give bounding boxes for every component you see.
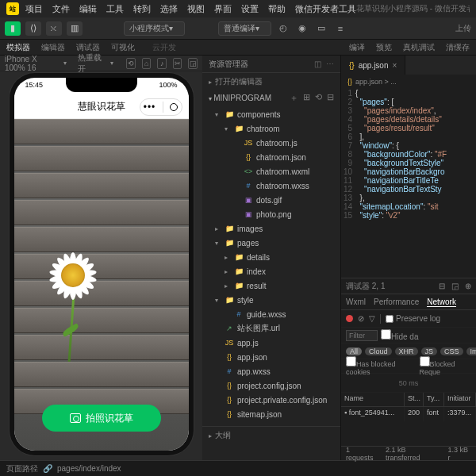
tree-node[interactable]: JSapp.js <box>202 336 340 350</box>
explorer-tab[interactable]: 资源管理器 <box>209 59 248 70</box>
close-icon[interactable]: × <box>393 61 397 70</box>
tree-node[interactable]: JSchatroom.js <box>202 136 340 150</box>
rotate-icon[interactable]: ⟲ <box>126 58 136 69</box>
new-folder-icon[interactable]: ⊞ <box>303 92 310 104</box>
devtools-tab[interactable]: Wxml <box>346 298 366 306</box>
wxss-icon: # <box>234 309 244 319</box>
filter-pill[interactable]: Cloud <box>365 347 392 355</box>
tree-node[interactable]: ▾📁chatroom <box>202 121 340 136</box>
menu-item[interactable]: 帮助 <box>268 3 286 15</box>
tree-node[interactable]: #guide.wxss <box>202 307 340 321</box>
outline-section[interactable]: 大纲 <box>215 430 231 441</box>
bug-icon[interactable]: ⛌ <box>46 21 62 36</box>
collapse-icon[interactable]: ⊟ <box>327 92 334 104</box>
tab-debugger[interactable]: 调试器 <box>76 42 100 53</box>
toolbar-action[interactable]: 编译 <box>349 42 365 53</box>
clear-cache-icon[interactable]: ≡ <box>333 21 347 36</box>
split-icon[interactable]: ◫ <box>314 60 321 68</box>
tree-node[interactable]: ▣dots.gif <box>202 193 340 207</box>
breadcrumb[interactable]: {}app.json > ... <box>341 75 476 89</box>
menu-item[interactable]: 界面 <box>214 3 232 15</box>
tree-node[interactable]: ▾📁components <box>202 107 340 121</box>
devtools-tab[interactable]: Performance <box>374 298 419 306</box>
preview-icon[interactable]: ◉ <box>295 21 309 36</box>
network-row[interactable]: ▪ font_254941... 200 font :3379... <box>341 407 476 421</box>
open-editors[interactable]: 打开的编辑器 <box>215 76 263 87</box>
compile-icon[interactable]: ◴ <box>276 21 290 36</box>
menu-item[interactable]: 文件 <box>52 3 70 15</box>
tree-node[interactable]: ▣photo.png <box>202 207 340 221</box>
mute-icon[interactable]: ♪ <box>157 58 167 69</box>
editor-tab[interactable]: {} app.json × <box>341 56 405 75</box>
tree-node[interactable]: ▾📁pages <box>202 236 340 250</box>
filter-icon[interactable]: ▽ <box>369 314 375 323</box>
tree-node[interactable]: ▸📁images <box>202 221 340 236</box>
menu-item[interactable]: 编辑 <box>79 3 97 15</box>
filter-pill[interactable]: JS <box>421 347 438 355</box>
tree-node[interactable]: <>chatroom.wxml <box>202 164 340 178</box>
menu-item[interactable]: 项目 <box>25 3 43 15</box>
code-icon[interactable]: ⟨⟩ <box>25 21 41 36</box>
menu-item[interactable]: 视图 <box>187 3 205 15</box>
timeline[interactable]: 50 ms <box>341 374 476 393</box>
tree-node[interactable]: {}project.private.config.json <box>202 393 340 407</box>
tab-editor[interactable]: 编辑器 <box>41 42 65 53</box>
menu-item[interactable]: 转到 <box>133 3 151 15</box>
tab-visual[interactable]: 可视化 <box>111 42 135 53</box>
tree-node[interactable]: #chatroom.wxss <box>202 178 340 193</box>
dt-icon[interactable]: ⊕ <box>465 282 471 290</box>
toolbar-action[interactable]: 清缓存 <box>446 42 470 53</box>
toolbar-action[interactable]: 预览 <box>376 42 392 53</box>
cloud-dev[interactable]: 云开发 <box>152 42 176 53</box>
home-icon[interactable]: ⌂ <box>142 58 152 69</box>
tree-node[interactable]: {}project.config.json <box>202 378 340 393</box>
code-editor[interactable]: 123456789101112131415 { "pages": [ "page… <box>341 89 476 278</box>
tab-simulator[interactable]: 模拟器 <box>6 42 30 53</box>
refresh-icon[interactable]: ⟲ <box>315 92 322 104</box>
pop-icon[interactable]: ◲ <box>188 58 198 69</box>
tree-node[interactable]: #app.wxss <box>202 364 340 378</box>
dt-icon[interactable]: ◲ <box>451 282 459 290</box>
preserve-log-checkbox[interactable]: Preserve log <box>386 314 440 323</box>
filter-pill[interactable]: All <box>346 347 362 355</box>
capture-button[interactable]: 拍照识花草 <box>42 405 161 432</box>
clear-icon[interactable]: ⊘ <box>358 314 364 323</box>
tree-node[interactable]: ▸📁details <box>202 250 340 264</box>
tree-node[interactable]: ▾📁style <box>202 293 340 307</box>
debugger-label[interactable]: 调试器 2, 1 <box>346 281 385 292</box>
tree-node[interactable]: ▸📁result <box>202 278 340 293</box>
more-icon[interactable]: ⋯ <box>326 60 334 68</box>
upload-label[interactable]: 上传 <box>455 23 471 34</box>
phone-simulator[interactable]: 15:45100% 慧眼识花草 ••• <box>14 78 189 451</box>
tree-node[interactable]: {}sitemap.json <box>202 407 340 421</box>
phone-icon[interactable]: ▮ <box>5 21 21 36</box>
menu-item[interactable]: 微信开发者工具 <box>295 3 356 15</box>
compile-select[interactable]: 普通编译 ▾ <box>218 21 271 36</box>
remote-debug-icon[interactable]: ▭ <box>314 21 328 36</box>
page-path-value[interactable]: pages/index/index <box>57 464 121 473</box>
tree-node[interactable]: ▸📁index <box>202 264 340 278</box>
link-icon[interactable]: 🔗 <box>43 464 52 473</box>
capsule-button[interactable]: ••• <box>140 98 182 116</box>
tree-node[interactable]: {}chatroom.json <box>202 150 340 164</box>
tree-node[interactable]: {}app.json <box>202 350 340 364</box>
project-root[interactable]: MINIPROGRAM <box>213 94 271 102</box>
menu-item[interactable]: 选择 <box>160 3 178 15</box>
mode-select[interactable]: 小程序模式 ▾ <box>124 21 185 36</box>
filter-pill[interactable]: CSS <box>440 347 463 355</box>
cut-icon[interactable]: ✂ <box>173 58 182 69</box>
hide-data-checkbox[interactable]: Hide da <box>381 329 418 341</box>
filter-pill[interactable]: XHR <box>395 347 418 355</box>
new-file-icon[interactable]: ＋ <box>290 92 298 104</box>
record-icon[interactable] <box>346 315 353 322</box>
menu-item[interactable]: 设置 <box>241 3 259 15</box>
filter-pill[interactable]: Img <box>466 347 476 355</box>
device-select[interactable]: iPhone X 100% 16 <box>5 55 57 72</box>
devtools-tab[interactable]: Network <box>427 298 456 307</box>
dt-icon[interactable]: ⊟ <box>439 282 445 290</box>
visual-icon[interactable]: ▥ <box>67 21 83 36</box>
toolbar-action[interactable]: 真机调试 <box>403 42 435 53</box>
filter-input[interactable] <box>346 330 378 341</box>
menu-item[interactable]: 工具 <box>106 3 124 15</box>
tree-node[interactable]: ↗站长图库.url <box>202 321 340 336</box>
